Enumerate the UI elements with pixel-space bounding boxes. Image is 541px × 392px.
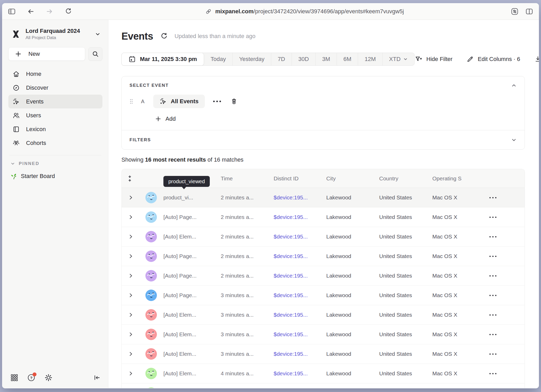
address-bar[interactable]: mixpanel.com/project/3472420/view/397469… — [107, 8, 502, 15]
country-value: United States — [379, 312, 412, 318]
country-value: United States — [379, 351, 412, 357]
help-button[interactable]: ? — [27, 373, 35, 382]
pencil-icon — [466, 56, 474, 63]
refresh-icon[interactable] — [160, 32, 168, 40]
row-actions-button[interactable] — [489, 236, 496, 237]
clause-more-button[interactable] — [213, 101, 221, 102]
table-row[interactable]: [Auto] Elem... 4 minutes a... $device:19… — [122, 364, 525, 383]
row-actions-button[interactable] — [489, 197, 496, 198]
distinct-id-link[interactable]: $device:195... — [274, 194, 308, 200]
row-expand-chevron-icon[interactable] — [128, 292, 134, 298]
row-expand-chevron-icon[interactable] — [128, 332, 134, 337]
search-button[interactable] — [88, 47, 102, 61]
back-icon[interactable] — [27, 8, 34, 15]
distinct-id-link[interactable]: $device:195... — [274, 273, 308, 279]
sidebar-item-discover[interactable]: Discover — [8, 81, 102, 95]
split-view-icon[interactable] — [525, 8, 533, 15]
sidebar-item-events[interactable]: Events — [8, 95, 102, 108]
column-header-distinct-id[interactable]: Distinct ID — [274, 175, 326, 182]
range-30d[interactable]: 30D — [292, 53, 315, 65]
project-switcher[interactable]: Lord Farquaad 2024 All Project Data — [8, 27, 102, 40]
row-expand-chevron-icon[interactable] — [128, 351, 134, 357]
distinct-id-link[interactable]: $device:195... — [274, 331, 308, 337]
country-value: United States — [379, 273, 412, 279]
row-expand-chevron-icon[interactable] — [128, 253, 134, 259]
row-actions-button[interactable] — [489, 275, 496, 277]
range-3m[interactable]: 3M — [315, 53, 337, 65]
distinct-id-link[interactable]: $device:195... — [274, 370, 308, 376]
sidebar-divider — [9, 155, 101, 155]
chevron-up-icon[interactable] — [511, 83, 517, 88]
query-builder-card: SELECT EVENT A — [121, 76, 525, 150]
distinct-id-link[interactable]: $device:195... — [274, 351, 308, 357]
sidebar-item-users[interactable]: Users — [8, 108, 102, 122]
row-actions-button[interactable] — [489, 217, 496, 218]
country-value: United States — [379, 292, 412, 298]
event-select-pill[interactable]: All Events — [153, 95, 205, 108]
row-actions-button[interactable] — [489, 314, 496, 316]
row-actions-button[interactable] — [489, 334, 496, 335]
drag-handle-icon[interactable] — [130, 99, 133, 104]
filters-section-header[interactable]: FILTERS — [122, 130, 525, 149]
range-6m[interactable]: 6M — [337, 53, 358, 65]
row-expand-chevron-icon[interactable] — [128, 195, 134, 200]
table-row[interactable]: [Auto] Elem... 3 minutes a... $device:19… — [122, 344, 525, 364]
range-today[interactable]: Today — [204, 53, 232, 65]
os-value: Mac OS X — [432, 370, 457, 376]
pinned-section-header[interactable]: PINNED — [8, 161, 102, 167]
row-expand-chevron-icon[interactable] — [128, 273, 134, 279]
row-actions-button[interactable] — [489, 295, 496, 296]
event-time: 4 minutes a... — [221, 370, 254, 376]
new-button[interactable]: New — [8, 47, 85, 61]
reload-icon[interactable] — [65, 8, 72, 15]
distinct-id-link[interactable]: $device:195... — [274, 234, 308, 240]
distinct-id-link[interactable]: $device:195... — [274, 312, 308, 318]
range-7d[interactable]: 7D — [271, 53, 292, 65]
row-expand-chevron-icon[interactable] — [128, 371, 134, 376]
browser-sidebar-toggle-icon[interactable] — [8, 8, 16, 15]
sidebar-item-lexicon[interactable]: Lexicon — [8, 122, 102, 136]
column-header-os[interactable]: Operating S — [432, 175, 485, 182]
row-actions-button[interactable] — [489, 353, 496, 355]
add-event-button[interactable]: Add — [155, 115, 517, 122]
table-row[interactable]: [Auto] Page... 2 minutes a... $device:19… — [122, 247, 525, 266]
table-row[interactable]: [Auto] Elem... 3 minutes a... $device:19… — [122, 305, 525, 325]
table-row[interactable]: [Auto] Elem... 2 minutes a... $device:19… — [122, 227, 525, 247]
date-picker-button[interactable]: Mar 11, 2025 3:30 pm — [121, 53, 204, 66]
distinct-id-link[interactable]: $device:195... — [274, 214, 308, 220]
range-xtd[interactable]: XTD — [382, 53, 414, 65]
range-yesterday[interactable]: Yesterday — [232, 53, 271, 65]
forward-icon[interactable] — [46, 8, 53, 15]
table-row[interactable]: [Auto] Page... 2 minutes a... $device:19… — [122, 207, 525, 227]
sidebar-item-home[interactable]: Home — [8, 67, 102, 81]
table-row[interactable]: product_vi... 2 minutes a... $device:195… — [122, 188, 525, 207]
row-actions-button[interactable] — [489, 256, 496, 257]
row-expand-chevron-icon[interactable] — [128, 214, 134, 220]
row-expand-chevron-icon[interactable] — [128, 312, 134, 318]
table-row[interactable]: [Auto] Page... 3 minutes a... $device:19… — [122, 286, 525, 305]
distinct-id-link[interactable]: $device:195... — [274, 253, 308, 259]
page-settings-icon[interactable] — [511, 8, 519, 15]
trash-icon[interactable] — [230, 98, 238, 105]
export-button[interactable]: Export — [534, 56, 539, 63]
row-actions-button[interactable] — [489, 373, 496, 374]
table-row[interactable] — [122, 383, 525, 388]
edit-columns-button[interactable]: Edit Columns · 6 — [466, 56, 520, 63]
range-12m[interactable]: 12M — [358, 53, 382, 65]
row-expand-chevron-icon[interactable] — [128, 234, 134, 240]
event-avatar — [145, 211, 157, 223]
sidebar-item-cohorts[interactable]: Cohorts — [8, 136, 102, 150]
table-row[interactable]: [Auto] Page... 2 minutes a... $device:19… — [122, 266, 525, 286]
settings-gear-button[interactable] — [44, 373, 53, 382]
hide-filter-button[interactable]: Hide Filter — [415, 55, 452, 63]
distinct-id-link[interactable]: $device:195... — [274, 292, 308, 298]
apps-grid-button[interactable] — [10, 374, 18, 382]
column-header-country[interactable]: Country — [379, 175, 432, 182]
pinned-item-starter-board[interactable]: Starter Board — [8, 170, 102, 182]
table-row[interactable]: [Auto] Elem... 3 minutes a... $device:19… — [122, 325, 525, 344]
collapse-rows-icon[interactable] — [126, 175, 133, 182]
column-header-time[interactable]: Time — [221, 175, 274, 182]
collapse-sidebar-button[interactable] — [93, 374, 101, 382]
event-avatar — [145, 368, 157, 379]
column-header-city[interactable]: City — [326, 175, 379, 182]
